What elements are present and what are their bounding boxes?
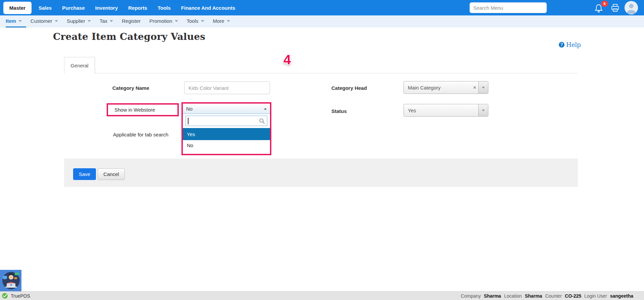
subnav-item-tax[interactable]: Tax xyxy=(95,15,117,27)
search-menu-input[interactable] xyxy=(470,2,547,13)
chevron-down-icon xyxy=(227,20,230,22)
print-button[interactable] xyxy=(610,3,620,13)
text-cursor xyxy=(188,118,189,124)
subnav-item-supplier[interactable]: Supplier xyxy=(62,15,95,27)
company-label: Company xyxy=(461,293,481,299)
chevron-down-icon xyxy=(110,20,113,22)
show-in-webstore-label-highlight: Show in Webstore xyxy=(107,103,179,116)
nav-master-button[interactable]: Master xyxy=(3,2,32,14)
status-select[interactable]: Yes xyxy=(404,104,488,117)
chevron-down-icon xyxy=(175,20,178,22)
chevron-down-icon xyxy=(482,87,485,88)
brand-name: TruePOS xyxy=(11,293,30,299)
chat-support-widget[interactable] xyxy=(0,270,21,291)
subnav-item-label: Item xyxy=(6,18,16,24)
show-in-webstore-label: Show in Webstore xyxy=(114,107,155,113)
question-circle-icon: ? xyxy=(559,42,565,48)
chevron-down-icon xyxy=(482,110,485,111)
user-avatar[interactable] xyxy=(625,1,638,14)
tab-strip: General xyxy=(64,57,578,73)
subnav-item-label: Supplier xyxy=(67,18,85,24)
category-head-label: Category Head xyxy=(331,85,367,91)
subnav-item-item[interactable]: Item xyxy=(6,15,26,27)
nav-item-reports[interactable]: Reports xyxy=(128,5,147,11)
counter-label: Counter xyxy=(545,293,562,299)
form-action-strip: Save Cancel xyxy=(64,159,578,187)
subnav-item-promotion[interactable]: Promotion xyxy=(145,15,182,27)
create-item-category-form: Category Name Category Head Main Categor… xyxy=(64,73,578,159)
subnav-item-more[interactable]: More xyxy=(209,15,234,27)
subnav-item-label: Tools xyxy=(187,18,199,24)
nav-item-finance-and-accounts[interactable]: Finance And Accounts xyxy=(181,5,235,11)
help-label: Help xyxy=(566,41,581,48)
category-name-input[interactable] xyxy=(184,81,270,94)
category-head-dropdown-button[interactable] xyxy=(478,81,488,94)
company-value: Sharma xyxy=(484,293,501,299)
status-value: Yes xyxy=(404,108,478,113)
dropdown-option-yes[interactable]: Yes xyxy=(183,128,270,140)
nav-item-tools[interactable]: Tools xyxy=(158,5,171,11)
counter-value: CO-225 xyxy=(565,293,581,299)
search-icon xyxy=(259,118,265,124)
subnav-item-label: Register xyxy=(122,18,141,24)
nav-item-purchase[interactable]: Purchase xyxy=(62,5,85,11)
subnav-item-label: Tax xyxy=(100,18,107,24)
category-head-select[interactable]: Main Category × xyxy=(404,81,488,94)
category-head-value: Main Category xyxy=(404,85,471,91)
show-in-webstore-select[interactable]: No xyxy=(183,104,270,114)
top-nav-menu: Sales Purchase Inventory Reports Tools F… xyxy=(39,5,235,11)
dropdown-option-no[interactable]: No xyxy=(183,140,270,151)
show-in-webstore-value: No xyxy=(186,106,264,112)
annotation-step-number: 4 xyxy=(283,52,291,67)
applicable-for-tab-search-label: Applicable for tab search xyxy=(113,132,168,137)
printer-icon xyxy=(610,3,620,13)
top-navigation-bar: Master Sales Purchase Inventory Reports … xyxy=(0,0,644,15)
cancel-button[interactable]: Cancel xyxy=(98,168,125,180)
page-title: Create Item Category Values xyxy=(53,31,205,42)
category-name-label: Category Name xyxy=(112,85,149,91)
location-label: Location xyxy=(504,293,522,299)
subnav-item-label: Promotion xyxy=(149,18,172,24)
login-user-label: Login User xyxy=(584,293,607,299)
status-label: Status xyxy=(331,108,347,114)
tab-general[interactable]: General xyxy=(64,57,95,73)
status-bar: TruePOS Company Sharma Location Sharma C… xyxy=(0,291,644,300)
secondary-navigation-bar: Item Customer Supplier Tax Register Prom… xyxy=(0,15,644,27)
chevron-down-icon xyxy=(88,20,91,22)
subnav-item-register[interactable]: Register xyxy=(117,15,145,27)
show-in-webstore-dropdown-highlight: No Yes No xyxy=(181,102,271,155)
status-dropdown-button[interactable] xyxy=(478,104,488,116)
dropdown-search-area xyxy=(183,114,270,128)
nav-item-inventory[interactable]: Inventory xyxy=(95,5,118,11)
subnav-item-customer[interactable]: Customer xyxy=(26,15,62,27)
nav-item-sales[interactable]: Sales xyxy=(39,5,52,11)
subnav-item-label: More xyxy=(213,18,224,24)
help-link[interactable]: ? Help xyxy=(559,41,581,48)
chevron-up-icon xyxy=(264,108,267,110)
notification-count-badge: 6 xyxy=(601,1,608,7)
support-agent-illustration xyxy=(0,270,21,291)
save-button[interactable]: Save xyxy=(73,168,96,180)
check-circle-icon xyxy=(2,293,8,299)
session-info: Company Sharma Location Sharma Counter C… xyxy=(461,293,644,299)
chevron-down-icon xyxy=(55,20,58,22)
dropdown-search-field[interactable] xyxy=(185,116,267,126)
subnav-item-label: Customer xyxy=(31,18,52,24)
subnav-item-tools[interactable]: Tools xyxy=(182,15,209,27)
person-icon xyxy=(625,1,638,14)
chevron-down-icon xyxy=(18,20,22,22)
chevron-down-icon xyxy=(201,20,204,22)
app-window: Master Sales Purchase Inventory Reports … xyxy=(0,0,644,300)
clear-selection-icon[interactable]: × xyxy=(471,85,478,90)
location-value: Sharma xyxy=(525,293,542,299)
login-user-value: sangeetha xyxy=(610,293,633,299)
